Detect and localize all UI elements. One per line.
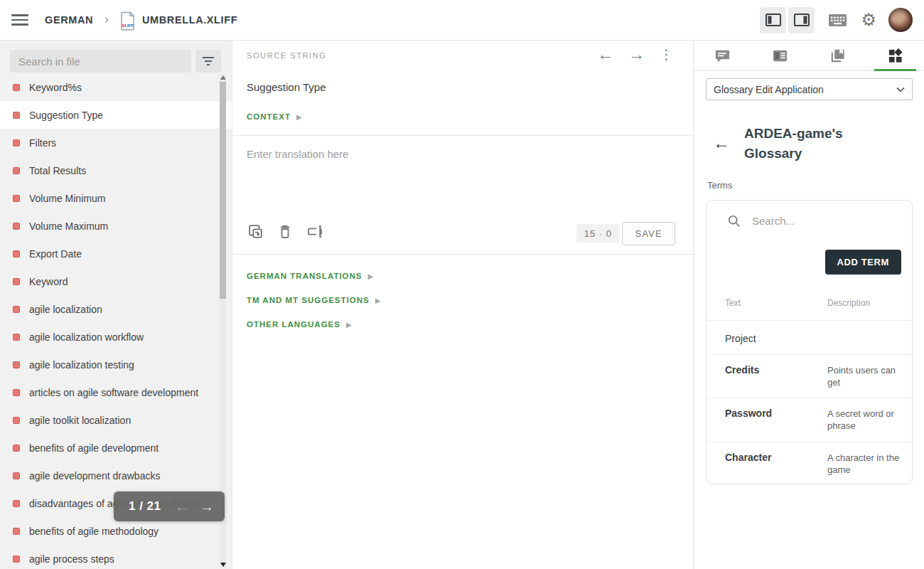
page-indicator: 1 / 21 bbox=[129, 499, 161, 514]
search-in-file-input[interactable] bbox=[10, 50, 191, 73]
segment-status-icon bbox=[13, 195, 20, 202]
search-icon bbox=[727, 214, 741, 228]
menu-icon[interactable] bbox=[11, 14, 28, 26]
divider bbox=[233, 254, 693, 255]
expand-marker-icon: ▶ bbox=[368, 272, 374, 280]
delete-translation-button[interactable] bbox=[276, 223, 294, 240]
section-toggle[interactable]: TM AND MT SUGGESTIONS▶ bbox=[247, 288, 380, 312]
top-bar: GERMAN › XLIFF UMBRELLA.XLIFF bbox=[0, 0, 924, 41]
glossary-term-description: A character in the game bbox=[827, 452, 906, 476]
user-avatar[interactable] bbox=[888, 8, 913, 32]
expand-marker-icon: ▶ bbox=[296, 113, 302, 121]
filter-icon bbox=[202, 56, 215, 66]
tab-translation-memory[interactable] bbox=[809, 41, 866, 70]
previous-segment-icon[interactable]: ← bbox=[597, 45, 613, 64]
divider bbox=[707, 442, 912, 442]
glossary-term[interactable]: Password bbox=[725, 408, 772, 419]
copy-source-button[interactable] bbox=[247, 223, 264, 240]
glossary-term[interactable]: Character bbox=[725, 452, 771, 463]
segment-status-icon bbox=[13, 555, 20, 563]
collections-bookmark-icon bbox=[829, 48, 846, 64]
segment-status-icon bbox=[13, 472, 20, 479]
segment-item[interactable]: Suggestion Type bbox=[0, 101, 232, 129]
tab-apps-glossary[interactable] bbox=[866, 41, 924, 70]
section-toggle[interactable]: GERMAN TRANSLATIONS▶ bbox=[247, 264, 380, 288]
glossary-term-description: A secret word or phrase bbox=[827, 408, 906, 432]
segment-item[interactable]: Filters bbox=[0, 129, 232, 156]
segment-item[interactable]: Volume Maximum bbox=[0, 212, 232, 240]
segment-label: agile development drawbacks bbox=[29, 470, 178, 482]
toggle-left-panel-button[interactable] bbox=[760, 7, 786, 33]
segment-status-icon bbox=[13, 417, 20, 424]
segment-item[interactable]: agile localization workflow bbox=[0, 323, 232, 351]
segment-item[interactable]: Volume Minimum bbox=[0, 184, 232, 212]
comment-icon bbox=[714, 48, 731, 64]
toggle-right-panel-button[interactable] bbox=[788, 7, 815, 33]
more-options-icon[interactable]: ⋮ bbox=[660, 46, 673, 63]
editor-panel: SOURCE STRING ← → ⋮ Suggestion Type CONT… bbox=[233, 41, 693, 569]
divider bbox=[233, 135, 693, 136]
segment-status-icon bbox=[13, 528, 20, 535]
glossary-term[interactable]: Credits bbox=[725, 364, 759, 376]
segment-label: benefits of agile methodology bbox=[29, 526, 177, 537]
segment-item[interactable]: agile process steps bbox=[0, 545, 232, 569]
segment-item[interactable]: benefits of agile development bbox=[0, 434, 232, 462]
segment-label: Keyword bbox=[29, 276, 86, 287]
segment-label: Suggestion Type bbox=[29, 110, 122, 121]
svg-text:XLIFF: XLIFF bbox=[122, 23, 134, 28]
segment-item[interactable]: Keyword%s bbox=[0, 73, 232, 101]
keyboard-shortcuts-button[interactable] bbox=[828, 14, 847, 27]
glossary-search-input[interactable] bbox=[752, 211, 880, 230]
segment-status-icon bbox=[13, 139, 20, 147]
previous-page-icon[interactable]: ← bbox=[175, 499, 189, 515]
next-page-icon[interactable]: → bbox=[200, 499, 214, 515]
scrollbar-thumb[interactable] bbox=[220, 82, 226, 299]
segment-label: agile localization testing bbox=[29, 359, 153, 371]
context-toggle[interactable]: CONTEXT ▶ bbox=[247, 112, 302, 121]
settings-gear-icon[interactable]: ⚙ bbox=[861, 11, 876, 28]
segment-item[interactable]: agile development drawbacks bbox=[0, 462, 232, 489]
tab-segment-info[interactable] bbox=[751, 41, 809, 70]
segment-status-icon bbox=[13, 306, 20, 313]
section-toggle[interactable]: OTHER LANGUAGES▶ bbox=[247, 312, 380, 336]
next-segment-icon[interactable]: → bbox=[628, 45, 645, 64]
save-button[interactable]: SAVE bbox=[622, 222, 675, 245]
segment-item[interactable]: Export Date bbox=[0, 240, 232, 267]
filter-button[interactable] bbox=[195, 50, 221, 73]
segment-status-icon bbox=[13, 334, 20, 341]
segment-label: Filters bbox=[29, 137, 75, 149]
scroll-up-icon[interactable] bbox=[220, 75, 226, 80]
trash-icon bbox=[276, 223, 294, 240]
segment-item[interactable]: agile localization bbox=[0, 295, 232, 323]
tab-comments[interactable] bbox=[694, 41, 751, 70]
segment-item[interactable]: agile localization testing bbox=[0, 351, 232, 378]
segment-label: agile toolkit localization bbox=[29, 415, 149, 426]
keyboard-icon bbox=[828, 14, 847, 27]
segment-label: Keyword%s bbox=[29, 82, 100, 93]
scroll-down-icon[interactable] bbox=[220, 563, 226, 567]
segment-item[interactable]: articles on agile software development bbox=[0, 378, 232, 406]
expand-marker-icon: ▶ bbox=[346, 321, 352, 329]
divider bbox=[707, 354, 912, 355]
divider bbox=[707, 398, 912, 398]
segment-item[interactable]: Total Results bbox=[0, 156, 232, 184]
breadcrumb-language[interactable]: GERMAN bbox=[45, 14, 93, 26]
add-term-button[interactable]: ADD TERM bbox=[825, 250, 901, 275]
translation-placeholder[interactable]: Enter translation here bbox=[247, 148, 348, 160]
rename-field-button[interactable] bbox=[306, 223, 324, 240]
source-string-label: SOURCE STRING bbox=[247, 51, 326, 60]
glossary-app-select[interactable]: Glossary Edit Application bbox=[706, 78, 913, 100]
glossary-back-icon[interactable]: ← bbox=[713, 133, 730, 153]
right-panel-icon bbox=[793, 12, 810, 28]
segment-item[interactable]: Keyword bbox=[0, 267, 232, 295]
breadcrumb-filename: UMBRELLA.XLIFF bbox=[142, 14, 237, 26]
divider bbox=[707, 320, 912, 321]
chevron-down-icon bbox=[896, 87, 905, 92]
pagination-bar: 1 / 21 ← → bbox=[114, 491, 225, 521]
breadcrumb-chevron-icon: › bbox=[104, 12, 109, 27]
segment-status-icon bbox=[13, 445, 20, 452]
segment-item[interactable]: agile toolkit localization bbox=[0, 406, 232, 434]
glossary-panel: Glossary Edit Application ← ARDEA-game's… bbox=[693, 41, 924, 569]
side-tabs bbox=[694, 41, 924, 71]
segment-status-icon bbox=[13, 223, 20, 230]
